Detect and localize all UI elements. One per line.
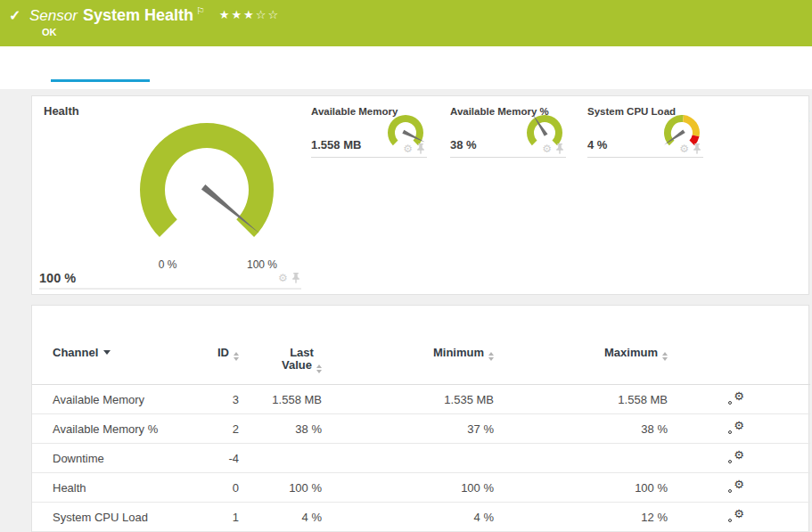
gear-icon[interactable]: ⚙: [679, 143, 689, 154]
table-header-row: Channel ID LastValue Minimum Maximum: [32, 306, 810, 385]
cell-channel[interactable]: System CPU Load: [32, 503, 201, 532]
cell-id: 2: [201, 414, 239, 444]
cell-minimum: 1.535 MB: [322, 385, 494, 414]
cell-actions: ⚙: [668, 414, 810, 444]
overview-gauges-panel: Health 0 % 100 % 100 % ⚙ Available Memor…: [31, 95, 809, 295]
cell-channel[interactable]: Health: [32, 473, 201, 503]
gear-icon[interactable]: ⚙: [403, 143, 413, 154]
cell-minimum: 37 %: [322, 414, 494, 444]
star-rating[interactable]: ★★★☆☆: [219, 8, 280, 21]
cell-actions: ⚙: [668, 503, 810, 532]
cell-last-value: 38 %: [239, 414, 322, 444]
stars-filled: ★★★: [219, 8, 256, 21]
table-row[interactable]: Health 0 100 % 100 % 100 % ⚙: [32, 473, 810, 503]
gear-icon[interactable]: ⚙: [278, 273, 288, 283]
health-gauge: [127, 114, 287, 257]
gauge-max-label: 100 %: [235, 258, 289, 271]
cell-maximum: 12 %: [494, 503, 668, 532]
gauge-value: 38 %: [450, 138, 477, 151]
channels-table: Channel ID LastValue Minimum Maximum Ava…: [32, 306, 810, 532]
cell-id: 1: [201, 503, 239, 532]
mini-gauge-panel: Available Memory 1.558 MB ⚙: [311, 106, 427, 158]
page-title: System Health: [83, 6, 193, 24]
gauge-controls: ⚙: [403, 143, 425, 154]
mini-gauge-panel: System CPU Load 4 % ⚙: [587, 106, 703, 158]
column-header-channel[interactable]: Channel: [32, 306, 201, 385]
tab-bar: OverviewLive Data2days30days365daysHisto…: [0, 46, 812, 89]
channel-settings-icon[interactable]: ⚙: [728, 479, 744, 494]
cell-id: 0: [201, 473, 239, 503]
cell-last-value: 100 %: [239, 473, 322, 503]
pin-icon[interactable]: [291, 273, 300, 283]
column-header-minimum[interactable]: Minimum: [322, 306, 494, 385]
table-row[interactable]: System CPU Load 1 4 % 4 % 12 % ⚙: [32, 503, 810, 532]
sort-icon: [662, 352, 668, 361]
sort-desc-icon: [103, 350, 111, 355]
sort-icon: [488, 352, 494, 361]
cell-maximum: 100 %: [494, 473, 668, 503]
sort-icon: [234, 352, 239, 361]
cell-actions: ⚙: [668, 385, 810, 414]
mini-gauge-panel: Available Memory % 38 % ⚙: [450, 106, 566, 158]
gear-icon[interactable]: ⚙: [542, 143, 552, 154]
column-header-last-value[interactable]: LastValue: [239, 306, 322, 385]
cell-actions: ⚙: [668, 444, 810, 473]
channel-settings-icon[interactable]: ⚙: [728, 421, 744, 435]
cell-id: -4: [201, 444, 239, 473]
cell-channel[interactable]: Downtime: [32, 444, 201, 473]
table-row[interactable]: Available Memory % 2 38 % 37 % 38 % ⚙: [32, 414, 810, 444]
column-header-actions: [668, 306, 810, 385]
cell-minimum: 4 %: [322, 503, 494, 532]
stars-empty: ☆☆: [256, 8, 280, 21]
cell-actions: ⚙: [668, 473, 810, 503]
cell-channel[interactable]: Available Memory: [32, 385, 201, 414]
cell-id: 3: [201, 385, 239, 414]
pin-icon[interactable]: [693, 143, 701, 154]
cell-last-value: 4 %: [239, 503, 322, 532]
channel-settings-icon[interactable]: ⚙: [728, 509, 744, 523]
pin-icon[interactable]: [416, 143, 425, 154]
gauge-value: 1.558 MB: [311, 138, 361, 151]
column-header-id[interactable]: ID: [201, 306, 239, 385]
sensor-type-label: Sensor: [29, 7, 78, 24]
gauge-controls: ⚙: [679, 143, 701, 154]
status-badge: OK: [42, 27, 57, 37]
cell-last-value: 1.558 MB: [239, 385, 322, 414]
cell-channel[interactable]: Available Memory %: [32, 414, 201, 444]
cell-minimum: [322, 444, 494, 473]
cell-maximum: 1.558 MB: [494, 385, 668, 414]
gauge-value: 4 %: [587, 138, 607, 151]
cell-last-value: [239, 444, 322, 473]
channel-settings-icon[interactable]: ⚙: [728, 391, 744, 405]
sensor-header: ✓ SensorSystem Health⚐★★★☆☆ OK: [0, 0, 812, 46]
flag-icon[interactable]: ⚐: [196, 5, 205, 16]
gauge-controls: ⚙: [278, 273, 300, 283]
channel-settings-icon[interactable]: ⚙: [728, 450, 744, 464]
gauge-title: Health: [44, 104, 79, 118]
divider: [39, 288, 301, 290]
cell-minimum: 100 %: [322, 473, 494, 503]
gauge-min-label: 0 %: [141, 258, 194, 271]
sort-icon: [316, 364, 322, 373]
gauge-value: 100 %: [39, 271, 76, 285]
table-row[interactable]: Available Memory 3 1.558 MB 1.535 MB 1.5…: [32, 385, 810, 414]
active-tab-indicator: [51, 79, 150, 82]
channels-table-panel: Channel ID LastValue Minimum Maximum Ava…: [31, 305, 809, 532]
check-icon: ✓: [9, 7, 21, 24]
column-header-maximum[interactable]: Maximum: [494, 306, 668, 385]
cell-maximum: 38 %: [494, 414, 668, 444]
table-row[interactable]: Downtime -4 ⚙: [32, 444, 810, 473]
cell-maximum: [494, 444, 668, 473]
gauge-controls: ⚙: [542, 143, 564, 154]
pin-icon[interactable]: [555, 143, 564, 154]
